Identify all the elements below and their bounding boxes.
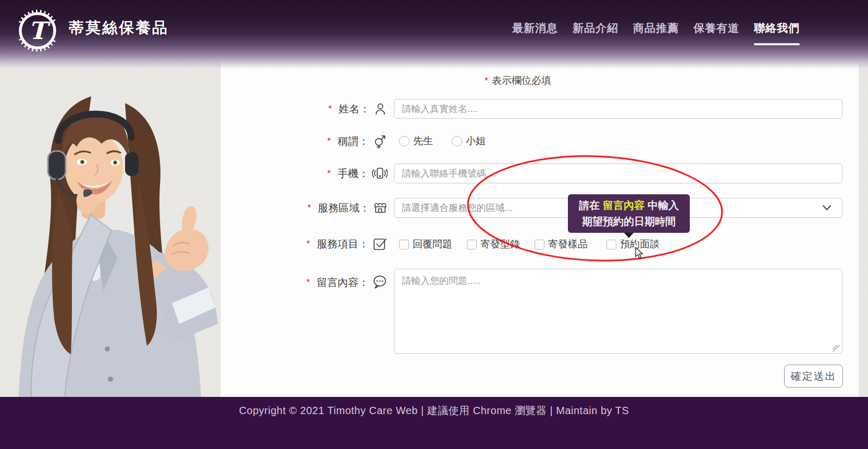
area-select-placeholder: 請選擇適合服務您的區域... <box>402 202 513 214</box>
speech-bubble-icon <box>372 275 388 290</box>
radio-miss[interactable]: 小姐 <box>452 134 486 148</box>
nav-item-latest-news[interactable]: 最新消息 <box>512 21 558 45</box>
services-label: * 服務項目： <box>281 236 388 252</box>
tooltip-line2: 期望預約的日期時間 <box>570 214 688 230</box>
phone-label: * 手機： <box>281 166 388 181</box>
checkbox-send-sample[interactable]: 寄發樣品 <box>535 238 588 251</box>
message-textarea[interactable] <box>394 269 842 354</box>
tooltip-line1: 請在留言內容中輸入 <box>570 197 688 214</box>
title-label: * 稱謂： <box>281 133 388 149</box>
storefront-icon <box>373 201 388 215</box>
checkbox-square <box>535 240 544 250</box>
svg-text:T: T <box>29 17 51 45</box>
customer-service-photo <box>0 57 221 397</box>
resize-handle[interactable] <box>833 345 839 352</box>
tooltip-arrow-icon <box>624 233 634 238</box>
nav-item-contact-us[interactable]: 聯絡我們 <box>754 21 800 45</box>
radio-mister[interactable]: 先生 <box>399 134 433 148</box>
radio-circle <box>452 136 462 146</box>
gender-icon <box>372 133 388 149</box>
required-note: *表示欄位必填 <box>221 74 815 88</box>
chevron-down-icon <box>822 205 832 211</box>
name-label: * 姓名： <box>281 101 388 117</box>
main-nav: 最新消息 新品介紹 商品推薦 保養有道 聯絡我們 <box>512 21 800 45</box>
checkbox-square <box>399 240 409 250</box>
title-radio-group: 先生 小姐 <box>399 134 486 148</box>
nav-item-recommended[interactable]: 商品推薦 <box>633 21 679 45</box>
phone-input[interactable] <box>394 164 842 183</box>
copyright-text: Copyright © 2021 Timothy Care Web | 建議使用… <box>0 397 868 418</box>
checkbox-square <box>606 240 616 250</box>
nav-item-new-products[interactable]: 新品介紹 <box>573 21 618 45</box>
checkbox-reply-question[interactable]: 回覆問題 <box>399 238 452 251</box>
checkbox-appointment[interactable]: 預約面談 <box>606 238 660 251</box>
name-input[interactable] <box>394 99 842 119</box>
tooltip-highlight: 留言內容 <box>603 199 644 211</box>
checkbox-square <box>467 240 477 250</box>
brand-name: 蒂莫絲保養品 <box>69 18 169 39</box>
nav-item-care-tips[interactable]: 保養有道 <box>693 21 739 45</box>
footer: Copyright © 2021 Timothy Care Web | 建議使用… <box>0 397 868 449</box>
required-asterisk: * <box>485 76 488 86</box>
hint-tooltip: 請在留言內容中輸入 期望預約的日期時間 <box>568 194 690 233</box>
active-nav-underline <box>754 43 800 45</box>
checkbox-check-icon <box>372 236 388 252</box>
brand-logo-icon[interactable]: T <box>14 6 61 54</box>
submit-button[interactable]: 確定送出 <box>784 365 843 388</box>
services-checkbox-group: 回覆問題 寄發型錄 寄發樣品 預約面談 <box>399 238 660 251</box>
person-icon <box>373 102 388 116</box>
area-label: * 服務區域： <box>281 200 388 216</box>
mobile-phone-icon <box>372 166 388 181</box>
radio-circle <box>399 136 410 146</box>
checkbox-send-catalog[interactable]: 寄發型錄 <box>467 238 520 251</box>
message-area-wrap <box>394 269 842 356</box>
header: T 蒂莫絲保養品 最新消息 新品介紹 商品推薦 保養有道 聯絡我們 <box>0 0 868 69</box>
message-label: * 留言內容： <box>281 275 388 290</box>
